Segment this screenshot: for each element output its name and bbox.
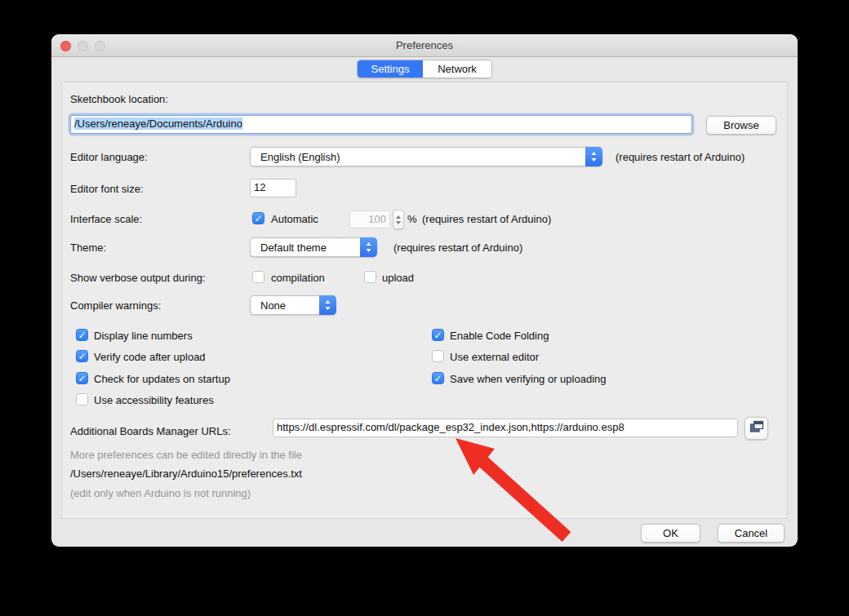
selected-text: /Users/reneaye/Documents/Arduino bbox=[74, 117, 242, 130]
check-for-updates-label: Check for updates on startup bbox=[94, 373, 230, 385]
more-preferences-text: More preferences can be edited directly … bbox=[70, 449, 302, 461]
editor-font-size-label: Editor font size: bbox=[70, 183, 144, 195]
percent-label: % bbox=[407, 213, 417, 225]
sketchbook-location-input[interactable]: /Users/reneaye/Documents/Arduino bbox=[70, 115, 692, 134]
upload-checkbox[interactable] bbox=[364, 271, 376, 283]
compiler-warnings-label: Compiler warnings: bbox=[70, 299, 161, 312]
stepper-up-icon bbox=[396, 215, 401, 219]
window-title: Preferences bbox=[51, 39, 798, 51]
verify-code-after-upload-label: Verify code after upload bbox=[94, 351, 206, 363]
chevron-up-down-icon bbox=[319, 295, 336, 315]
use-external-editor-checkbox[interactable] bbox=[432, 350, 444, 362]
automatic-checkbox[interactable] bbox=[252, 212, 264, 224]
sketchbook-location-label: Sketchbook location: bbox=[70, 93, 168, 105]
preferences-window: Preferences Settings Network Sketchbook … bbox=[51, 34, 798, 547]
boards-manager-urls-label: Additional Boards Manager URLs: bbox=[70, 425, 231, 437]
overlapping-windows-icon bbox=[749, 420, 764, 437]
open-urls-dialog-button[interactable] bbox=[745, 417, 768, 440]
accessibility-features-label: Use accessibility features bbox=[94, 394, 214, 406]
enable-code-folding-checkbox[interactable] bbox=[432, 329, 444, 341]
settings-panel: Sketchbook location: /Users/reneaye/Docu… bbox=[61, 82, 788, 519]
ok-button[interactable]: OK bbox=[641, 524, 700, 543]
save-when-verifying-checkbox[interactable] bbox=[432, 372, 444, 384]
theme-label: Theme: bbox=[70, 242, 106, 254]
compiler-warnings-value: None bbox=[251, 299, 319, 312]
tab-network[interactable]: Network bbox=[423, 60, 491, 78]
editor-language-note: (requires restart of Arduino) bbox=[616, 151, 745, 163]
enable-code-folding-label: Enable Code Folding bbox=[450, 330, 549, 342]
editor-font-size-input[interactable]: 12 bbox=[250, 179, 296, 197]
tab-settings[interactable]: Settings bbox=[358, 60, 423, 78]
editor-language-value: English (English) bbox=[251, 151, 585, 163]
compilation-checkbox[interactable] bbox=[252, 271, 264, 283]
scale-value-input: 100 bbox=[349, 211, 390, 228]
verbose-output-label: Show verbose output during: bbox=[70, 272, 206, 284]
cancel-button[interactable]: Cancel bbox=[718, 524, 785, 543]
compiler-warnings-select[interactable]: None bbox=[250, 295, 336, 315]
chevron-up-down-icon bbox=[360, 237, 377, 257]
interface-scale-label: Interface scale: bbox=[70, 213, 142, 225]
tab-bar: Settings Network bbox=[357, 60, 492, 78]
use-external-editor-label: Use external editor bbox=[450, 351, 539, 363]
editor-language-label: Editor language: bbox=[70, 151, 148, 163]
theme-value: Default theme bbox=[251, 242, 360, 254]
compilation-checkbox-label: compilation bbox=[271, 272, 325, 284]
editor-language-select[interactable]: English (English) bbox=[250, 147, 602, 166]
check-for-updates-checkbox[interactable] bbox=[76, 372, 88, 384]
chevron-up-down-icon bbox=[585, 147, 602, 166]
stepper-down-icon bbox=[396, 221, 401, 224]
scale-stepper[interactable] bbox=[393, 210, 404, 229]
accessibility-features-checkbox[interactable] bbox=[76, 393, 88, 405]
titlebar: Preferences bbox=[51, 34, 798, 57]
upload-checkbox-label: upload bbox=[382, 272, 414, 284]
display-line-numbers-checkbox[interactable] bbox=[76, 329, 88, 341]
display-line-numbers-label: Display line numbers bbox=[94, 330, 193, 342]
edit-warning-text: (edit only when Arduino is not running) bbox=[70, 487, 251, 499]
verify-code-after-upload-checkbox[interactable] bbox=[76, 350, 88, 362]
automatic-checkbox-label: Automatic bbox=[271, 213, 318, 225]
preferences-file-path: /Users/reneaye/Library/Arduino15/prefere… bbox=[70, 468, 302, 480]
theme-select[interactable]: Default theme bbox=[250, 237, 377, 257]
theme-note: (requires restart of Arduino) bbox=[393, 242, 522, 254]
boards-manager-urls-input[interactable]: https://dl.espressif.com/dl/package_esp3… bbox=[273, 419, 738, 437]
interface-scale-note: (requires restart of Arduino) bbox=[422, 213, 551, 225]
browse-button[interactable]: Browse bbox=[706, 116, 776, 135]
save-when-verifying-label: Save when verifying or uploading bbox=[450, 373, 607, 385]
